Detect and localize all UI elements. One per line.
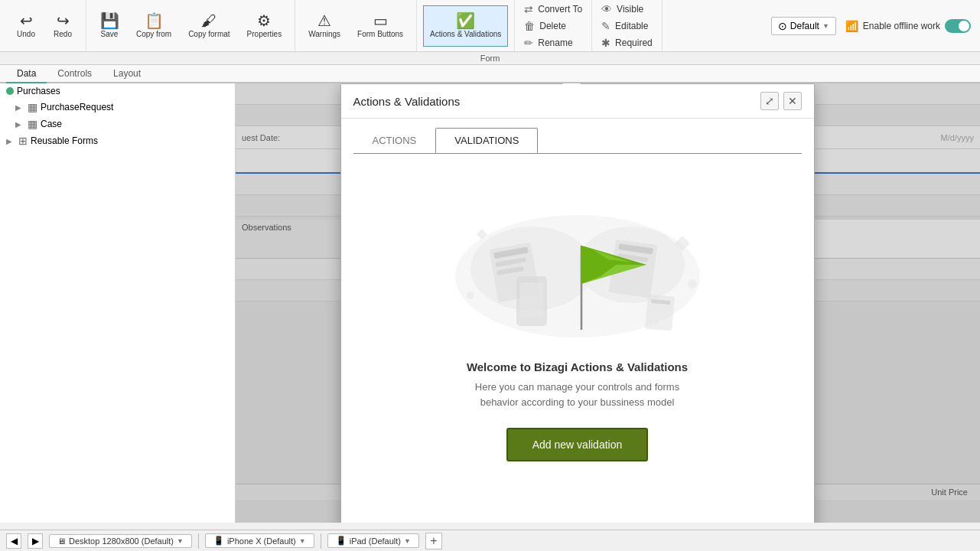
wifi-icon: 📶 — [845, 20, 858, 32]
right-controls-group: ⊙ Default ▼ 📶 Enable offline work — [765, 0, 977, 51]
sidebar-item-purchase-request[interactable]: ▶ ▦ PurchaseRequest — [0, 99, 235, 116]
svg-rect-11 — [520, 282, 543, 317]
warnings-icon: ⚠ — [317, 13, 331, 28]
modal-maximize-button[interactable]: ⤢ — [760, 92, 779, 110]
default-label: Default — [790, 21, 819, 31]
desktop-chevron-icon: ▼ — [177, 537, 184, 545]
device-tab-desktop[interactable]: 🖥 Desktop 1280x800 (Default) ▼ — [49, 534, 192, 548]
add-validation-button[interactable]: Add new validation — [506, 428, 649, 461]
delete-icon: 🗑 — [524, 20, 535, 32]
modal-title: Actions & Validations — [353, 95, 461, 108]
properties-button[interactable]: ⚙ Properties — [240, 5, 289, 47]
actions-validations-button[interactable]: ✅ Actions & Validations — [423, 5, 508, 47]
bottom-bar: ◀ ▶ 🖥 Desktop 1280x800 (Default) ▼ 📱 iPh… — [0, 530, 980, 551]
modal-tab-validations[interactable]: VALIDATIONS — [435, 128, 538, 153]
sidebar-item-reusable-forms[interactable]: ▶ ⊞ Reusable Forms — [0, 132, 235, 149]
visible-icon: 👁 — [601, 3, 612, 15]
form-buttons-icon: ▭ — [373, 13, 388, 28]
sidebar-item-purchases-label: Purchases — [17, 86, 60, 96]
properties-icon: ⚙ — [257, 13, 271, 28]
default-dropdown[interactable]: ⊙ Default ▼ — [771, 17, 836, 35]
next-arrow-button[interactable]: ▶ — [28, 533, 43, 549]
convert-to-button[interactable]: ⇄ Convert To — [521, 2, 585, 17]
undo-label: Undo — [17, 30, 35, 38]
sidebar-item-case[interactable]: ▶ ▦ Case — [0, 116, 235, 132]
save-group: 💾 Save 📋 Copy from 🖌 Copy format ⚙ Prope… — [86, 0, 295, 51]
visible-label: Visible — [617, 4, 643, 15]
sidebar-item-reusable-forms-label: Reusable Forms — [31, 135, 98, 146]
top-tabs: Data Controls Layout — [0, 65, 980, 83]
form-buttons-button[interactable]: ▭ Form Buttons — [350, 5, 410, 47]
required-button[interactable]: ✱ Required — [598, 35, 656, 51]
add-validation-label: Add new validation — [532, 439, 623, 451]
sidebar-item-purchases[interactable]: Purchases — [0, 83, 235, 99]
tab-layout[interactable]: Layout — [103, 65, 151, 83]
redo-button[interactable]: ↪ Redo — [46, 5, 80, 47]
purchases-dot-icon — [6, 87, 14, 95]
welcome-text: Welcome to Bizagi Actions & Validations … — [467, 360, 688, 409]
toolbar: ↩ Undo ↪ Redo 💾 Save 📋 Copy from 🖌 Copy … — [0, 0, 980, 52]
add-device-button[interactable]: + — [425, 533, 442, 549]
editable-icon: ✎ — [601, 20, 610, 32]
delete-label: Delete — [539, 21, 566, 31]
modal-tab-actions-label: ACTIONS — [373, 135, 417, 146]
prev-arrow-button[interactable]: ◀ — [6, 533, 21, 549]
tab-data[interactable]: Data — [6, 65, 47, 83]
svg-rect-17 — [645, 295, 675, 331]
actions-validations-icon: ✅ — [456, 13, 475, 28]
device-tab-iphone[interactable]: 📱 iPhone X (Default) ▼ — [205, 533, 314, 548]
reusable-forms-icon: ⊞ — [18, 135, 28, 147]
rename-icon: ✏ — [524, 37, 533, 49]
convert-to-icon: ⇄ — [524, 3, 533, 15]
save-button[interactable]: 💾 Save — [93, 5, 126, 47]
table-icon-2: ▦ — [28, 118, 37, 130]
ipad-chevron-icon: ▼ — [404, 537, 411, 545]
sidebar-item-purchase-request-label: PurchaseRequest — [41, 102, 113, 112]
welcome-subtitle: Here you can manage your controls and fo… — [467, 380, 688, 409]
device-tab-ipad[interactable]: 📱 iPad (Default) ▼ — [327, 533, 419, 548]
visible-button[interactable]: 👁 Visible — [598, 2, 646, 17]
delete-button[interactable]: 🗑 Delete — [521, 18, 569, 34]
rename-button[interactable]: ✏ Rename — [521, 35, 575, 51]
toggle-knob — [959, 21, 969, 31]
actions-validations-modal: Actions & Validations ⤢ ✕ ACTIONS — [340, 83, 815, 523]
iphone-label: iPhone X (Default) — [227, 536, 296, 546]
copy-from-label: Copy from — [136, 30, 171, 38]
properties-label: Properties — [247, 30, 282, 38]
modal-header-buttons: ⤢ ✕ — [760, 92, 802, 110]
expand-icon-2: ▶ — [15, 120, 24, 129]
offline-toggle-label: Enable offline work — [863, 21, 940, 31]
divider-1 — [198, 533, 199, 549]
editable-label: Editable — [615, 21, 648, 31]
sidebar-item-case-label: Case — [41, 119, 62, 129]
copy-format-button[interactable]: 🖌 Copy format — [181, 5, 236, 47]
offline-toggle-group: 📶 Enable offline work — [845, 19, 971, 33]
editable-button[interactable]: ✎ Editable — [598, 18, 651, 34]
save-icon: 💾 — [100, 13, 119, 28]
illustration-svg — [448, 177, 708, 345]
tab-controls[interactable]: Controls — [47, 65, 103, 83]
modal-tabs: ACTIONS VALIDATIONS — [341, 119, 814, 153]
modal-overlay: Actions & Validations ⤢ ✕ ACTIONS — [236, 83, 980, 523]
desktop-label: Desktop 1280x800 (Default) — [69, 536, 174, 546]
modal-tab-actions[interactable]: ACTIONS — [353, 128, 436, 153]
copy-from-button[interactable]: 📋 Copy from — [129, 5, 178, 47]
welcome-subtitle-line1: Here you can manage your controls and fo… — [475, 381, 679, 393]
undo-redo-group: ↩ Undo ↪ Redo — [3, 0, 86, 51]
undo-button[interactable]: ↩ Undo — [9, 5, 43, 47]
svg-point-15 — [688, 279, 697, 289]
welcome-subtitle-line2: behavior according to your bussiness mod… — [480, 396, 675, 408]
rename-label: Rename — [538, 37, 572, 48]
redo-icon: ↪ — [57, 13, 70, 28]
required-icon: ✱ — [601, 37, 610, 49]
table-icon: ▦ — [28, 101, 37, 113]
modal-close-button[interactable]: ✕ — [783, 92, 802, 110]
copy-format-icon: 🖌 — [201, 13, 217, 28]
default-icon: ⊙ — [778, 20, 787, 32]
offline-toggle-switch[interactable] — [945, 19, 971, 33]
warnings-label: Warnings — [308, 30, 340, 38]
required-label: Required — [615, 37, 653, 48]
maximize-icon: ⤢ — [765, 95, 774, 107]
warnings-button[interactable]: ⚠ Warnings — [301, 5, 347, 47]
tab-controls-label: Controls — [57, 68, 92, 79]
